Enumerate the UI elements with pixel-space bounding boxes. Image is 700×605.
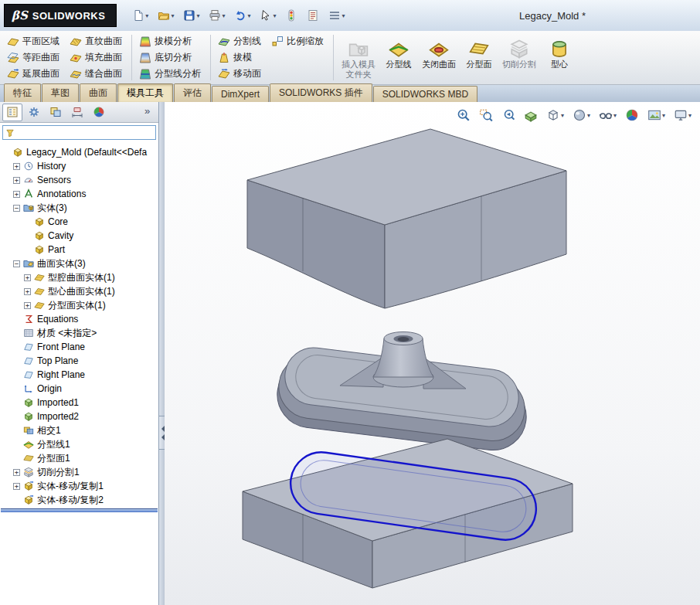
planar-surface-button[interactable]: 平面区域 — [4, 33, 65, 49]
expand-toggle[interactable]: + — [24, 302, 31, 309]
expand-toggle[interactable]: + — [13, 483, 20, 490]
tree-item-legacy-mold[interactable]: Legacy_Mold (Default<<Defa — [0, 145, 158, 159]
solidworks-logo-mark: βS — [12, 8, 28, 22]
core-button[interactable]: 型心 — [539, 35, 579, 80]
tree-item-top-plane[interactable]: Top Plane — [0, 354, 158, 368]
tree-item-front-plane[interactable]: Front Plane — [0, 340, 158, 354]
apply-scene-button[interactable]: ▾ — [645, 107, 668, 124]
new-document-button[interactable]: ▾ — [129, 7, 151, 24]
zoom-to-area-button[interactable] — [477, 107, 495, 124]
configurationmanager-tab[interactable] — [46, 104, 66, 121]
expand-toggle[interactable]: + — [24, 274, 31, 281]
scale-button[interactable]: 比例缩放 — [268, 33, 329, 49]
tree-item-core-surface-body[interactable]: + 型心曲面实体(1) — [0, 284, 158, 298]
tree-item-imported2[interactable]: Imported2 — [0, 410, 158, 423]
expand-toggle[interactable]: − — [13, 205, 20, 212]
expand-toggle[interactable]: + — [24, 288, 31, 295]
command-manager-tabbar: 特征草图曲面模具工具评估DimXpertSOLIDWORKS 插件SOLIDWO… — [0, 85, 700, 102]
tab-evaluate[interactable]: 评估 — [174, 83, 211, 102]
tab-features[interactable]: 特征 — [4, 83, 41, 102]
tree-item-parting-surface1[interactable]: 分型面1 — [0, 451, 158, 465]
tab-solidworks-addins[interactable]: SOLIDWORKS 插件 — [270, 83, 372, 102]
tree-filter-input[interactable] — [17, 127, 153, 138]
hide-show-items-button[interactable]: ▾ — [596, 107, 619, 124]
shut-off-surface-button[interactable]: 关闭曲面 — [419, 35, 459, 80]
mold-folder-button[interactable]: 插入模具文件夹 — [338, 35, 379, 80]
tree-item-body-move-copy2[interactable]: 实体-移动/复制2 — [0, 493, 158, 507]
tree-item-parting-surface-body[interactable]: + 分型面实体(1) — [0, 298, 158, 312]
rebuild-button[interactable] — [282, 7, 301, 24]
parting-line-icon — [23, 439, 34, 450]
tree-item-cavity[interactable]: Cavity — [0, 229, 158, 243]
parting-surface-button[interactable]: 分型面 — [459, 35, 499, 80]
tooling-split-button[interactable]: 切削分割 — [499, 35, 539, 80]
tree-item-imported1[interactable]: Imported1 — [0, 396, 158, 410]
tree-item-origin[interactable]: Origin — [0, 382, 158, 396]
graphics-area[interactable]: ▾ ▾ ▾ ▾ ▾ — [165, 102, 700, 605]
expand-toggle[interactable]: + — [13, 177, 20, 184]
propertymanager-tab[interactable] — [24, 104, 44, 121]
parting-line-button[interactable]: 分型线 — [379, 35, 419, 80]
print-button[interactable]: ▾ — [206, 7, 228, 24]
titlebar: βS SOLIDWORKS ▾ ▾ ▾ ▾ ▾ ▾ ▾ Legacy_Mold … — [0, 0, 700, 32]
extend-surface-button[interactable]: 延展曲面 — [4, 66, 65, 82]
expand-toggle[interactable]: + — [13, 191, 20, 198]
draft-analysis-button[interactable]: 拔模分析 — [136, 33, 206, 49]
edit-appearance-button[interactable] — [623, 107, 641, 124]
tree-item-material[interactable]: 材质 <未指定> — [0, 326, 158, 340]
displaymanager-tab[interactable] — [89, 104, 109, 121]
tree-item-intersect1[interactable]: 相交1 — [0, 423, 158, 437]
options-button[interactable]: ▾ — [325, 7, 348, 24]
molded-part[interactable] — [274, 332, 530, 454]
tab-mold-tools[interactable]: 模具工具 — [117, 83, 173, 102]
tree-item-annotations[interactable]: + Annotations — [0, 187, 158, 201]
tree-item-equations[interactable]: Equations — [0, 312, 158, 326]
expand-toggle[interactable]: − — [13, 260, 20, 267]
zoom-to-fit-button[interactable] — [454, 107, 473, 124]
property-manager-icon — [28, 106, 40, 118]
tree-item-tooling-split1[interactable]: + 切削分割1 — [0, 465, 158, 479]
tab-surfaces[interactable]: 曲面 — [80, 83, 117, 102]
tab-sketch[interactable]: 草图 — [42, 83, 79, 102]
filled-surface-button[interactable]: 填充曲面 — [66, 49, 127, 66]
expand-toggle[interactable]: + — [13, 469, 20, 476]
panel-expand-chevron[interactable]: » — [141, 105, 153, 117]
draft-button[interactable]: 拔模 — [215, 49, 267, 66]
select-button[interactable]: ▾ — [257, 7, 279, 24]
tree-item-surface-bodies[interactable]: − 曲面实体(3) — [0, 257, 158, 270]
offset-surface-button[interactable]: 等距曲面 — [4, 49, 65, 66]
save-button[interactable]: ▾ — [180, 7, 202, 24]
featuremanager-tab[interactable] — [2, 104, 22, 121]
split-line-button[interactable]: 分割线 — [215, 33, 267, 49]
tree-item-sensors[interactable]: + Sensors — [0, 173, 158, 187]
file-properties-button[interactable] — [304, 7, 322, 24]
dimxpertmanager-tab[interactable] — [67, 104, 87, 121]
expand-toggle[interactable]: + — [13, 163, 20, 170]
tree-item-body-move-copy1[interactable]: + 实体-移动/复制1 — [0, 479, 158, 493]
cavity-block[interactable] — [247, 129, 566, 308]
tree-item-solid-bodies[interactable]: − 实体(3) — [0, 201, 158, 215]
knit-surface-button[interactable]: 缝合曲面 — [66, 66, 127, 82]
ruled-surface-button[interactable]: 直纹曲面 — [66, 33, 127, 49]
partingline-analysis-button[interactable]: 分型线分析 — [136, 66, 206, 82]
undercut-analysis-button[interactable]: 底切分析 — [136, 49, 206, 66]
view-settings-button[interactable]: ▾ — [671, 107, 694, 124]
undo-button[interactable]: ▾ — [231, 7, 253, 24]
display-style-button[interactable]: ▾ — [570, 107, 593, 124]
move-face-button[interactable]: 移动面 — [215, 66, 267, 82]
rollback-bar[interactable] — [1, 508, 158, 512]
model-scene[interactable] — [165, 102, 700, 605]
tree-item-core[interactable]: Core — [0, 215, 158, 229]
tab-dimxpert[interactable]: DimXpert — [212, 86, 269, 102]
core-block[interactable] — [243, 439, 573, 588]
tree-item-cavity-surface-body[interactable]: + 型腔曲面实体(1) — [0, 270, 158, 284]
section-view-button[interactable] — [522, 107, 540, 124]
tree-item-parting-line1[interactable]: 分型线1 — [0, 437, 158, 451]
previous-view-button[interactable] — [499, 107, 518, 124]
open-button[interactable]: ▾ — [155, 7, 177, 24]
tree-item-right-plane[interactable]: Right Plane — [0, 368, 158, 382]
tab-solidworks-mbd[interactable]: SOLIDWORKS MBD — [373, 86, 477, 102]
tree-item-history[interactable]: + History — [0, 159, 158, 173]
view-orientation-button[interactable]: ▾ — [544, 107, 566, 124]
tree-item-part[interactable]: Part — [0, 243, 158, 257]
